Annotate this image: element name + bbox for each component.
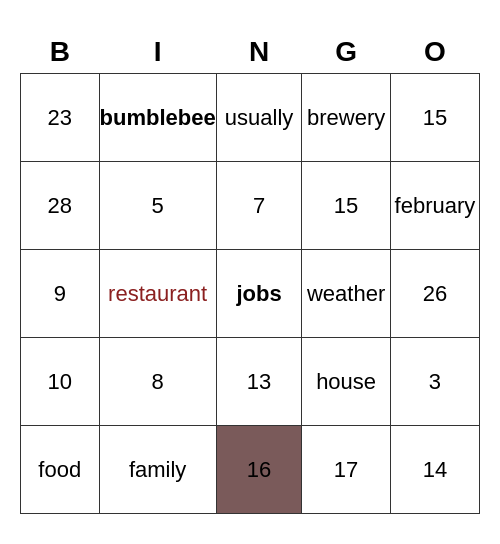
bingo-cell: 14 — [390, 426, 479, 514]
bingo-cell: 16 — [216, 426, 302, 514]
bingo-cell: 15 — [390, 74, 479, 162]
bingo-cell: weather — [302, 250, 390, 338]
bingo-cell: house — [302, 338, 390, 426]
bingo-cell: 28 — [21, 162, 100, 250]
header-o: O — [390, 30, 479, 74]
bingo-card: B I N G O 23bumblebeeusuallybrewery15285… — [20, 30, 480, 515]
table-row: 10813house3 — [21, 338, 480, 426]
header-i: I — [99, 30, 216, 74]
bingo-cell: usually — [216, 74, 302, 162]
bingo-cell: 7 — [216, 162, 302, 250]
bingo-table: B I N G O 23bumblebeeusuallybrewery15285… — [20, 30, 480, 515]
bingo-cell: 15 — [302, 162, 390, 250]
bingo-cell: 3 — [390, 338, 479, 426]
table-row: foodfamily161714 — [21, 426, 480, 514]
bingo-cell: 5 — [99, 162, 216, 250]
bingo-cell: 13 — [216, 338, 302, 426]
header-n: N — [216, 30, 302, 74]
bingo-cell: 8 — [99, 338, 216, 426]
bingo-cell: restaurant — [99, 250, 216, 338]
bingo-cell: 26 — [390, 250, 479, 338]
bingo-cell: 23 — [21, 74, 100, 162]
header-b: B — [21, 30, 100, 74]
bingo-cell: food — [21, 426, 100, 514]
table-row: 9restaurantjobsweather26 — [21, 250, 480, 338]
bingo-cell: 10 — [21, 338, 100, 426]
table-row: 23bumblebeeusuallybrewery15 — [21, 74, 480, 162]
bingo-cell: brewery — [302, 74, 390, 162]
bingo-cell: jobs — [216, 250, 302, 338]
table-row: 285715february — [21, 162, 480, 250]
header-g: G — [302, 30, 390, 74]
bingo-cell: 17 — [302, 426, 390, 514]
bingo-cell: 9 — [21, 250, 100, 338]
header-row: B I N G O — [21, 30, 480, 74]
bingo-cell: february — [390, 162, 479, 250]
bingo-cell: family — [99, 426, 216, 514]
bingo-cell: bumblebee — [99, 74, 216, 162]
